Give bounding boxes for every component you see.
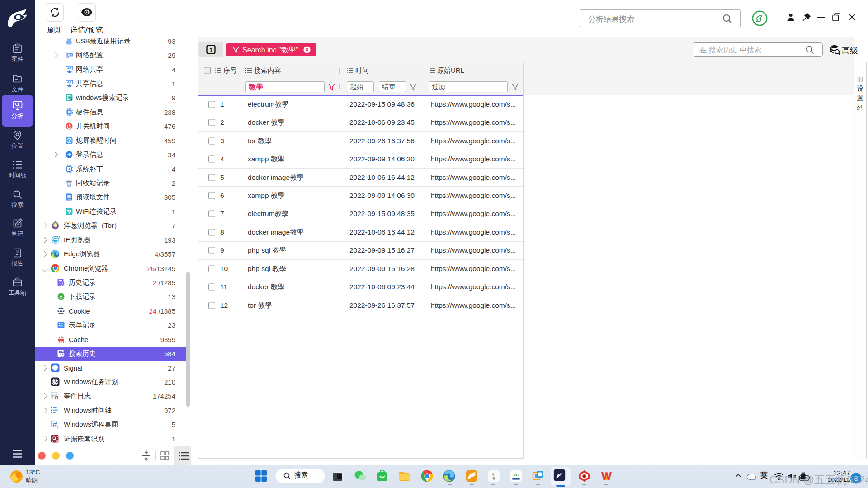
- svg-text:石: 石: [492, 472, 496, 476]
- svg-text:1: 1: [209, 47, 212, 53]
- svg-text:VC: VC: [513, 472, 519, 477]
- svg-text:墨: 墨: [492, 477, 496, 481]
